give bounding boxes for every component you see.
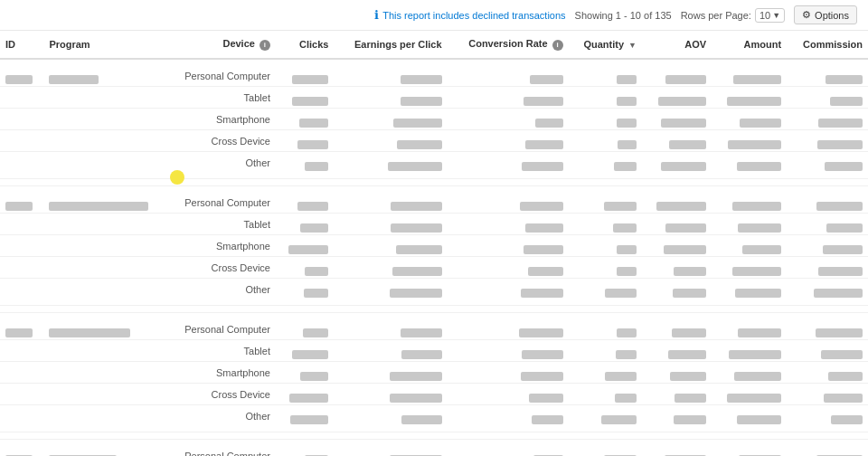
col-quantity[interactable]: Quantity ▼ xyxy=(569,31,642,59)
cell-id xyxy=(0,405,43,432)
cell-aov xyxy=(642,186,712,214)
cell-program xyxy=(43,235,171,257)
cell-device: Cross Device xyxy=(171,257,276,279)
cell-id xyxy=(0,87,43,109)
cell-quantity xyxy=(569,152,642,179)
cell-aov xyxy=(642,384,712,405)
table-row: Tablet xyxy=(0,87,868,109)
cell-conversion-rate xyxy=(448,257,569,279)
cell-aov xyxy=(642,130,712,152)
cell-quantity xyxy=(569,130,642,152)
cell-device: Other xyxy=(171,279,276,306)
table-row: Personal Computer xyxy=(0,59,868,87)
cell-device: Personal Computer xyxy=(171,313,276,340)
cell-clicks xyxy=(276,279,335,306)
cell-program xyxy=(43,59,171,87)
table-row: Cross Device xyxy=(0,384,868,405)
cell-id xyxy=(0,440,43,457)
cell-amount xyxy=(712,87,787,109)
cell-commission xyxy=(787,214,868,235)
cell-device: Smartphone xyxy=(171,109,276,130)
cell-quantity xyxy=(569,214,642,235)
cell-epc xyxy=(334,405,447,432)
cell-commission xyxy=(787,279,868,306)
cell-amount xyxy=(712,214,787,235)
cell-device: Cross Device xyxy=(171,130,276,152)
cell-device: Smartphone xyxy=(171,235,276,257)
cell-clicks xyxy=(276,186,335,214)
cell-device: Tablet xyxy=(171,87,276,109)
col-program: Program xyxy=(43,31,171,59)
cell-aov xyxy=(642,235,712,257)
cell-conversion-rate xyxy=(448,87,569,109)
table-row: Personal Computer xyxy=(0,313,868,340)
cell-program xyxy=(43,440,171,457)
col-aov: AOV xyxy=(642,31,712,59)
cell-clicks xyxy=(276,362,335,384)
options-button[interactable]: ⚙ Options xyxy=(794,5,857,24)
cell-id xyxy=(0,130,43,152)
cell-aov xyxy=(642,257,712,279)
cell-epc xyxy=(334,279,447,306)
cell-commission xyxy=(787,362,868,384)
cell-epc xyxy=(334,130,447,152)
table-row: Tablet xyxy=(0,340,868,362)
cell-epc xyxy=(334,440,447,457)
cell-amount xyxy=(712,340,787,362)
table-row: Other xyxy=(0,152,868,179)
col-commission: Commission xyxy=(787,31,868,59)
col-conversion-rate: Conversion Rate i xyxy=(448,31,569,59)
cell-amount xyxy=(712,384,787,405)
cell-clicks xyxy=(276,384,335,405)
chevron-down-icon: ▼ xyxy=(772,11,780,20)
cell-id xyxy=(0,235,43,257)
cell-aov xyxy=(642,152,712,179)
cell-quantity xyxy=(569,279,642,306)
cell-clicks xyxy=(276,405,335,432)
cell-clicks xyxy=(276,313,335,340)
cell-program xyxy=(43,313,171,340)
cell-device: Smartphone xyxy=(171,362,276,384)
cell-quantity xyxy=(569,405,642,432)
col-epc: Earnings per Click xyxy=(334,31,447,59)
device-info-icon[interactable]: i xyxy=(259,40,270,51)
cell-amount xyxy=(712,235,787,257)
cell-quantity xyxy=(569,340,642,362)
cell-program xyxy=(43,340,171,362)
group-separator xyxy=(0,179,868,186)
cell-id xyxy=(0,186,43,214)
rows-per-page: Rows per Page: 10 ▼ xyxy=(681,8,785,23)
cell-id xyxy=(0,340,43,362)
col-device: Device i xyxy=(171,31,276,59)
cell-clicks xyxy=(276,257,335,279)
cell-program xyxy=(43,152,171,179)
group-separator xyxy=(0,432,868,440)
cell-commission xyxy=(787,186,868,214)
cell-quantity xyxy=(569,384,642,405)
cell-id xyxy=(0,257,43,279)
cell-conversion-rate xyxy=(448,340,569,362)
cell-clicks xyxy=(276,109,335,130)
cell-id xyxy=(0,362,43,384)
table-row: Personal Computer xyxy=(0,440,868,457)
cell-commission xyxy=(787,87,868,109)
cell-amount xyxy=(712,279,787,306)
cell-conversion-rate xyxy=(448,214,569,235)
cell-device: Tablet xyxy=(171,340,276,362)
cell-id xyxy=(0,214,43,235)
cell-program xyxy=(43,257,171,279)
rows-per-page-select[interactable]: 10 ▼ xyxy=(755,8,785,23)
cell-id xyxy=(0,59,43,87)
table-row: Other xyxy=(0,279,868,306)
cell-quantity xyxy=(569,59,642,87)
cell-clicks xyxy=(276,214,335,235)
cell-program xyxy=(43,130,171,152)
cell-aov xyxy=(642,440,712,457)
cell-amount xyxy=(712,440,787,457)
cell-clicks xyxy=(276,340,335,362)
cell-amount xyxy=(712,405,787,432)
cell-aov xyxy=(642,279,712,306)
conversion-info-icon[interactable]: i xyxy=(552,40,563,51)
cell-aov xyxy=(642,87,712,109)
cell-clicks xyxy=(276,440,335,457)
